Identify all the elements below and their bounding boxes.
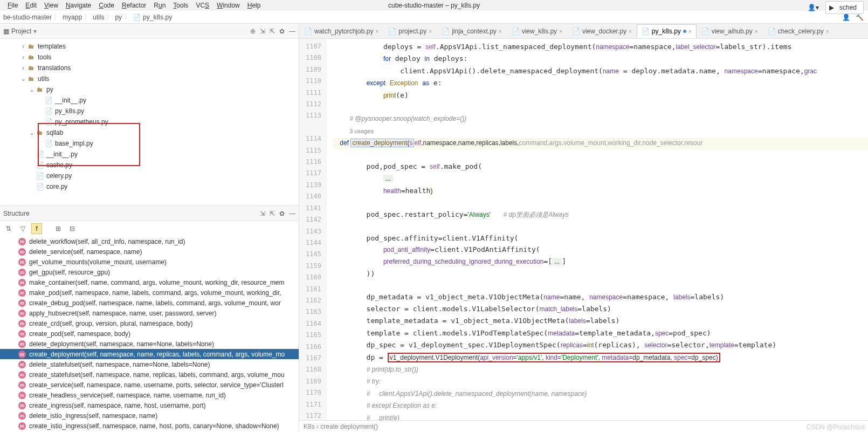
project-panel-header: ▦ Project ▾ ⊕ ⇲ ⇱ ✿ — <box>0 24 299 39</box>
close-icon[interactable]: × <box>499 29 502 35</box>
expand-icon[interactable]: ⇱ <box>270 28 275 35</box>
tree-row[interactable]: ›🖿templates <box>0 41 299 52</box>
close-icon[interactable]: × <box>375 29 378 35</box>
project-icon: ▦ <box>3 28 9 35</box>
tree-row[interactable]: ⌄🖿py <box>0 84 299 95</box>
window-title: cube-studio-master – py_k8s.py <box>385 1 483 10</box>
structure-item[interactable]: mmake_pod(self, namespace, name, labels,… <box>0 287 299 298</box>
menu-vcs[interactable]: VCS <box>192 1 212 10</box>
editor-tab[interactable]: 📄view_k8s.py× <box>507 24 567 38</box>
close-icon[interactable]: × <box>688 29 692 35</box>
project-tree[interactable]: ›🖿templates›🖿tools›🖿translations⌄🖿utils⌄… <box>0 39 299 205</box>
editor-tab[interactable]: 📄jinja_context.py× <box>437 24 507 38</box>
gutter: 1107 1108 1109 1110 1111 1112 1113 1114 … <box>299 39 326 420</box>
menu-help[interactable]: Help <box>244 1 264 10</box>
structure-item[interactable]: mcreate_crd(self, group, version, plural… <box>0 318 299 328</box>
structure-list[interactable]: mdelete_workflow(self, all_crd_info, nam… <box>0 236 299 432</box>
collapse-icon[interactable]: ⇲ <box>260 210 265 217</box>
structure-item[interactable]: mmake_container(self, name, command, arg… <box>0 277 299 287</box>
tree-row[interactable]: 📄__init__.py <box>0 149 299 160</box>
structure-item[interactable]: mcreate_debug_pod(self, namespace, name,… <box>0 298 299 308</box>
menu-view[interactable]: View <box>41 1 61 10</box>
menu-tools[interactable]: Tools <box>170 1 191 10</box>
editor-tab[interactable]: 📄project.py× <box>383 24 437 38</box>
expand-all-icon[interactable]: ⊞ <box>53 223 64 234</box>
breadcrumb-item[interactable]: be-studio-master <box>3 13 52 21</box>
tree-row[interactable]: 📄base_impl.py <box>0 138 299 149</box>
editor-tab[interactable]: 📄py_k8s.py× <box>637 24 697 38</box>
breadcrumb-item[interactable]: py <box>115 13 122 21</box>
filter-icon[interactable]: ▽ <box>17 223 28 234</box>
menu-navigate[interactable]: Navigate <box>63 1 94 10</box>
structure-item[interactable]: mdelete_service(self, namespace, name) <box>0 246 299 257</box>
structure-item[interactable]: mdelete_istio_ingress(self, namespace, n… <box>0 410 299 421</box>
structure-item[interactable]: mdelete_statefulset(self, namespace, nam… <box>0 359 299 369</box>
tree-row[interactable]: ⌄🖿utils <box>0 73 299 84</box>
settings-icon[interactable]: ✿ <box>279 28 285 35</box>
structure-panel-header: Structure ⇲ ⇱ ✿ — <box>0 206 299 221</box>
structure-item[interactable]: mcreate_headless_service(self, namespace… <box>0 390 299 400</box>
collapse-icon[interactable]: ⇲ <box>260 28 265 35</box>
sched-button[interactable]: ▶ sched <box>825 1 864 14</box>
close-icon[interactable]: × <box>755 29 758 35</box>
editor-tab[interactable]: 📄view_docker.py× <box>567 24 637 38</box>
hide-icon[interactable]: — <box>289 28 295 35</box>
settings-icon[interactable]: ✿ <box>279 210 285 217</box>
tree-row[interactable]: 📄py_k8s.py <box>0 106 299 116</box>
structure-item[interactable]: mcreate_statefulset(self, namespace, nam… <box>0 369 299 380</box>
tree-row[interactable]: 📄cache.py <box>0 160 299 170</box>
editor-tab[interactable]: 📄check_celery.py× <box>763 24 834 38</box>
structure-item[interactable]: mget_gpu(self, resource_gpu) <box>0 267 299 277</box>
structure-toolbar: ⇅ ▽ f ⊞ ⊟ <box>0 221 299 236</box>
breadcrumb: be-studio-master〉 myapp〉 utils〉 py〉 📄py_… <box>0 11 868 24</box>
tree-row[interactable]: 📄__init__.py <box>0 95 299 106</box>
fields-icon[interactable]: f <box>31 223 42 234</box>
tree-row[interactable]: 📄py_prometheus.py <box>0 116 299 127</box>
hammer-icon[interactable]: 🔨 <box>856 13 864 21</box>
menu-code[interactable]: Code <box>95 1 118 10</box>
editor-tab[interactable]: 📄watch_pytorchjob.py× <box>299 24 383 38</box>
menu-window[interactable]: Window <box>213 1 243 10</box>
breadcrumb-item[interactable]: utils <box>93 13 104 21</box>
structure-item[interactable]: mcreate_pod(self, namespace, body) <box>0 328 299 339</box>
breadcrumb-item[interactable]: py_k8s.py <box>143 13 172 21</box>
close-icon[interactable]: × <box>629 29 632 35</box>
expand-icon[interactable]: ⇱ <box>270 210 275 217</box>
structure-item[interactable]: mapply_hubsecret(self, namespace, name, … <box>0 308 299 318</box>
structure-item[interactable]: mcreate_deployment(self, namespace, name… <box>0 349 299 359</box>
close-icon[interactable]: × <box>559 29 562 35</box>
code-editor[interactable]: deploys = self.AppsV1Api.list_namespaced… <box>326 39 868 420</box>
structure-item[interactable]: mcreate_service(self, namespace, name, u… <box>0 380 299 390</box>
editor-tab[interactable]: 📄view_aihub.py× <box>697 24 763 38</box>
menubar: File Edit View Navigate Code Refactor Ru… <box>0 0 868 11</box>
breadcrumb-item[interactable]: myapp <box>63 13 82 21</box>
locate-icon[interactable]: ⊕ <box>250 28 256 35</box>
tree-row[interactable]: ›🖿translations <box>0 63 299 73</box>
structure-item[interactable]: mcreate_ingress(self, namespace, name, h… <box>0 400 299 410</box>
menu-run[interactable]: Run <box>150 1 169 10</box>
structure-item[interactable]: mdelete_deployment(self, namespace, name… <box>0 339 299 349</box>
sort-icon[interactable]: ⇅ <box>3 223 14 234</box>
close-icon[interactable]: × <box>429 29 432 35</box>
tree-row[interactable]: 📄celery.py <box>0 170 299 181</box>
hide-icon[interactable]: — <box>289 210 295 217</box>
tree-row[interactable]: ›🖿tools <box>0 52 299 63</box>
structure-item[interactable]: mdelete_workflow(self, all_crd_info, nam… <box>0 236 299 246</box>
structure-item[interactable]: mget_volume_mounts(volume_mount, usernam… <box>0 257 299 267</box>
menu-file[interactable]: File <box>4 1 21 10</box>
editor-tabs: 📄watch_pytorchjob.py×📄project.py×📄jinja_… <box>299 24 868 39</box>
structure-item[interactable]: mcreate_istio_ingress(self, namespace, n… <box>0 421 299 431</box>
watermark: CSDN @Pistachiout <box>807 423 865 431</box>
close-icon[interactable]: × <box>826 29 829 35</box>
tree-row[interactable]: ⌄🖿sqllab <box>0 127 299 138</box>
menu-refactor[interactable]: Refactor <box>119 1 149 10</box>
user-icon[interactable]: 👤 <box>842 13 850 21</box>
status-bar: K8s › create deployment() <box>299 420 868 432</box>
menu-edit[interactable]: Edit <box>22 1 40 10</box>
user-icon[interactable]: 👤▾ <box>804 3 822 12</box>
tree-row[interactable]: 📄core.py <box>0 181 299 192</box>
collapse-all-icon[interactable]: ⊟ <box>67 223 78 234</box>
